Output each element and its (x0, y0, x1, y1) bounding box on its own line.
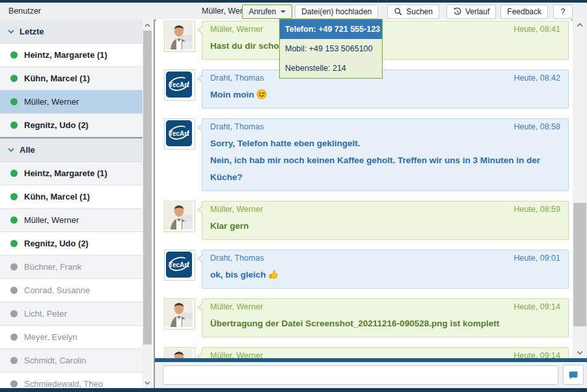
tecart-logo-avatar: TecArt (164, 250, 195, 281)
dropdown-item-mobil[interactable]: Mobil: +49 153 5065100 (280, 39, 382, 59)
sidebar-title: Benutzer (8, 7, 41, 16)
sidebar-user-item[interactable]: Regnitz, Udo (2) (0, 232, 144, 255)
status-dot-icon (10, 98, 18, 105)
user-name: Regnitz, Udo (2) (24, 239, 89, 248)
status-dot-icon (10, 310, 18, 317)
svg-text:TecArt: TecArt (169, 261, 190, 268)
user-photo-avatar (164, 298, 195, 330)
user-sidebar: Letzte Heintz, Margarete (1) Kühn, Marce… (0, 20, 155, 388)
search-button-label: Suchen (406, 7, 433, 16)
user-photo-avatar (164, 21, 195, 52)
help-button[interactable]: ? (553, 5, 573, 19)
message-header: Müller, Werner Heute, 08:59 (210, 205, 560, 218)
upload-button[interactable]: Datei(en) hochladen (295, 5, 378, 19)
scroll-up-icon[interactable] (143, 20, 152, 31)
sidebar-user-item[interactable]: Müller, Werner (0, 209, 144, 232)
chevron-down-icon (280, 10, 286, 13)
send-button[interactable] (563, 365, 584, 385)
scroll-up-icon[interactable] (573, 20, 587, 31)
message-sender: Draht, Thomas (210, 73, 264, 83)
message-header: Müller, Werner Heute, 09:14 (210, 302, 560, 315)
chat-message: Müller, Werner Heute, 09:14 Übertragung … (164, 298, 569, 337)
chat-message: Müller, Werner Heute, 09:14 Müller, Wern… (164, 347, 569, 358)
message-sender: Müller, Werner (210, 25, 263, 34)
bottom-edge-bar (0, 388, 587, 392)
message-header: Müller, Werner Heute, 09:14 (210, 351, 560, 358)
chat-message: TecArt Draht, Thomas Heute, 08:58 Sorry,… (164, 118, 569, 191)
message-text: Übertragung der Datei Screenshot_2021121… (210, 315, 560, 332)
message-sender: Draht, Thomas (210, 254, 264, 263)
history-button-label: Verlauf (465, 7, 489, 16)
status-dot-icon (10, 170, 18, 177)
chat-message: TecArt Draht, Thomas Heute, 09:01 ok, bi… (164, 250, 569, 289)
sidebar-user-item[interactable]: Regnitz, Udo (2) (0, 114, 144, 137)
status-dot-icon (10, 357, 18, 364)
message-bubble: Draht, Thomas Heute, 09:01 ok, bis gleic… (202, 250, 569, 289)
scroll-down-icon[interactable] (143, 377, 152, 388)
message-text: ok, bis gleich (210, 267, 560, 283)
message-timestamp: Heute, 08:41 (513, 25, 560, 34)
dropdown-item-nebenstelle[interactable]: Nebenstelle: 214 (280, 59, 382, 78)
status-dot-icon (10, 263, 18, 270)
message-text: Klar gern (210, 218, 560, 235)
status-dot-icon (10, 75, 18, 82)
message-header: Draht, Thomas Heute, 08:58 (210, 122, 560, 135)
message-bubble: Müller, Werner Heute, 09:14 Müller, Wern… (202, 347, 569, 358)
message-sender: Müller, Werner (210, 205, 263, 214)
search-button[interactable]: Suchen (387, 5, 439, 19)
sidebar-user-item[interactable]: Schmiedewald, Theo (0, 372, 144, 388)
sidebar-user-item[interactable]: Conrad, Susanne (0, 279, 144, 302)
feedback-button[interactable]: Feedback (500, 5, 548, 19)
sidebar-user-item[interactable]: Büchner, Frank (0, 255, 144, 279)
sidebar-user-item[interactable]: Heintz, Margarete (1) (0, 44, 144, 67)
sidebar-user-item[interactable]: Schmidt, Carolin (0, 349, 144, 372)
status-dot-icon (10, 193, 18, 200)
status-dot-icon (10, 333, 18, 341)
history-icon (453, 7, 462, 16)
message-sender: Müller, Werner (210, 351, 263, 358)
call-button[interactable]: Anrufen (242, 5, 292, 19)
sidebar-scrollbar[interactable] (143, 20, 152, 388)
user-name: Müller, Werner (24, 97, 79, 107)
sidebar-user-item[interactable]: Meyer, Evelyn (0, 326, 144, 349)
message-bubble: Draht, Thomas Heute, 08:58 Sorry, Telefo… (202, 118, 569, 191)
section-label: Alle (20, 145, 35, 155)
toolbar: Anrufen Datei(en) hochladen Suchen Verla… (242, 5, 573, 19)
history-button[interactable]: Verlauf (446, 5, 496, 19)
sidebar-user-item[interactable]: Kühn, Marcel (1) (0, 185, 144, 209)
search-icon (394, 7, 403, 16)
user-name: Büchner, Frank (24, 262, 81, 272)
message-timestamp: Heute, 08:42 (513, 73, 560, 83)
status-dot-icon (10, 287, 18, 294)
scrollbar-thumb[interactable] (143, 31, 152, 345)
dropdown-item-telefon[interactable]: Telefon: +49 721 555-123 (280, 20, 382, 39)
sidebar-section-header[interactable]: Alle (0, 137, 144, 162)
message-header: Müller, Werner Heute, 08:41 (210, 25, 560, 38)
status-dot-icon (10, 51, 18, 59)
sidebar-section-header[interactable]: Letzte (0, 20, 144, 44)
message-text: Hast du dir schon (210, 38, 560, 55)
status-dot-icon (10, 240, 18, 247)
user-name: Kühn, Marcel (1) (24, 73, 90, 83)
header-bar: Benutzer Müller, Werner Anrufen Datei(en… (0, 3, 587, 21)
user-name: Conrad, Susanne (24, 285, 90, 295)
user-name: Heintz, Margarete (1) (24, 50, 107, 60)
status-dot-icon (10, 380, 18, 387)
sidebar-user-item[interactable]: Kühn, Marcel (1) (0, 67, 144, 90)
sidebar-user-item[interactable]: Licht, Peter (0, 302, 144, 326)
scrollbar-thumb[interactable] (573, 203, 586, 326)
user-photo-avatar (164, 347, 195, 358)
chat-scrollbar[interactable] (573, 20, 587, 358)
message-bubble: Müller, Werner Heute, 08:41 Hast du dir … (202, 21, 569, 60)
message-input[interactable] (163, 365, 558, 385)
message-bubble: Draht, Thomas Heute, 08:42 Moin moin (202, 70, 569, 109)
user-name: Schmidt, Carolin (24, 356, 86, 365)
svg-text:TecArt: TecArt (169, 81, 190, 88)
user-name: Heintz, Margarete (1) (24, 168, 107, 178)
message-header: Draht, Thomas Heute, 08:42 (210, 73, 560, 86)
message-timestamp: Heute, 08:58 (513, 122, 560, 131)
scroll-down-icon[interactable] (573, 347, 587, 358)
sidebar-user-item[interactable]: Müller, Werner (0, 90, 144, 114)
sidebar-user-item[interactable]: Heintz, Margarete (1) (0, 162, 144, 185)
messenger-window: Benutzer Müller, Werner Anrufen Datei(en… (0, 0, 587, 392)
